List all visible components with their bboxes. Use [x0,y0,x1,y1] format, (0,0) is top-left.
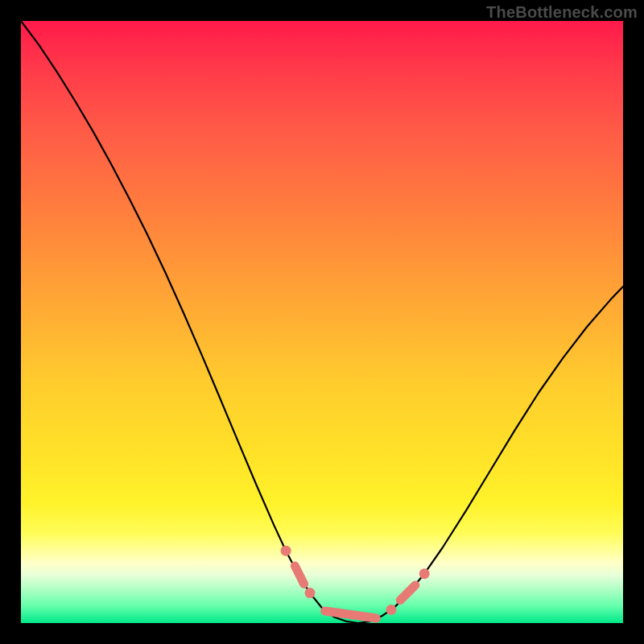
marker-layer [281,546,430,618]
marker-dot [419,568,430,579]
bottleneck-curve [21,21,623,623]
marker-segment [295,566,303,584]
marker-segment [400,585,415,601]
chart-area [21,21,623,623]
marker-dot [386,605,397,615]
bottleneck-plot [21,21,623,623]
marker-dot [305,588,316,598]
marker-dot [281,546,291,556]
watermark-text: TheBottleneck.com [486,3,638,22]
marker-segment [325,611,377,618]
